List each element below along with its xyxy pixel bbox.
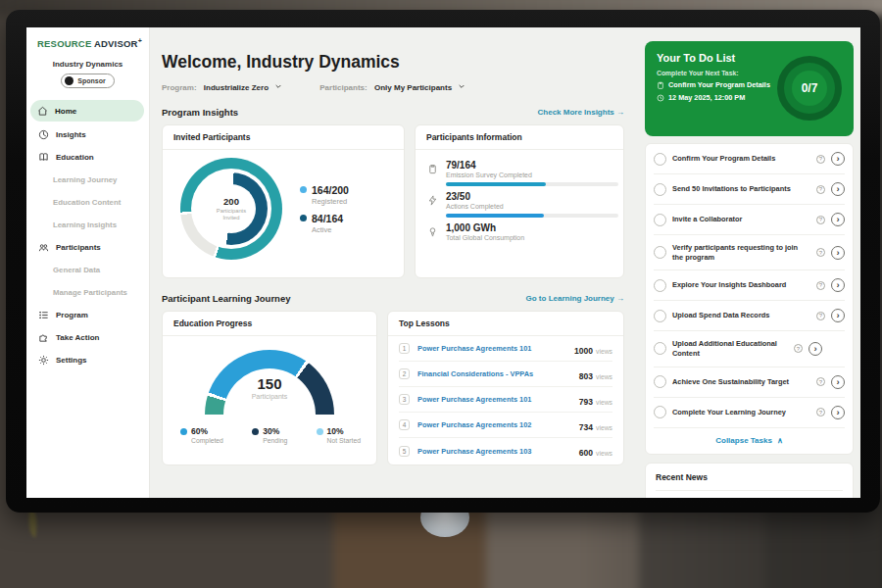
collapse-tasks-link[interactable]: Collapse Tasks ∧ bbox=[654, 428, 845, 454]
chevron-right-icon[interactable]: › bbox=[831, 152, 845, 166]
todo-checkbox[interactable] bbox=[654, 310, 666, 322]
help-icon[interactable]: ? bbox=[816, 216, 825, 224]
lesson-row[interactable]: 2 Financial Considerations - VPPAs 803vi… bbox=[399, 362, 612, 387]
sidebar-item-manage-participants[interactable]: Manage Participants bbox=[26, 281, 149, 304]
org-name: Industry Dynamics bbox=[26, 60, 149, 69]
program-filter[interactable]: Program: Industrialize Zero bbox=[162, 82, 282, 92]
education-progress-title: Education Progress bbox=[163, 312, 376, 336]
help-icon[interactable]: ? bbox=[816, 185, 825, 194]
go-to-learning-journey-link[interactable]: Go to Learning Journey → bbox=[526, 294, 624, 303]
sidebar-item-education[interactable]: Education bbox=[26, 146, 149, 169]
sidebar-item-general-data[interactable]: General Data bbox=[26, 259, 149, 281]
sidebar-item-insights[interactable]: Insights bbox=[26, 123, 149, 146]
chevron-right-icon[interactable]: › bbox=[808, 342, 822, 356]
todo-item[interactable]: Upload Spend Data Records ? › bbox=[654, 301, 845, 331]
sidebar-item-learning-insights[interactable]: Learning Insights bbox=[26, 214, 149, 236]
arrow-right-icon: → bbox=[616, 294, 624, 303]
lesson-row[interactable]: 1 Power Purchase Agreements 101 1000view… bbox=[399, 336, 612, 362]
chevron-right-icon[interactable]: › bbox=[831, 213, 845, 226]
completed-pct: 60% bbox=[191, 426, 208, 436]
lesson-link[interactable]: Financial Considerations - VPPAs bbox=[417, 369, 571, 378]
monitor-bezel: RESOURCE ADVISOR+ Industry Dynamics Spon… bbox=[6, 10, 880, 513]
collapse-tasks-label: Collapse Tasks bbox=[715, 436, 772, 445]
todo-item[interactable]: Explore Your Insights Dashboard ? › bbox=[654, 270, 845, 301]
sidebar-item-settings[interactable]: Settings bbox=[26, 349, 149, 371]
info-card-body: 79/164 Emission Survey Completed 23/50 A… bbox=[416, 150, 623, 246]
help-icon[interactable]: ? bbox=[794, 344, 803, 353]
sidebar-item-learning-journey[interactable]: Learning Journey bbox=[26, 169, 149, 191]
sponsor-icon bbox=[65, 76, 74, 85]
sidebar-item-home[interactable]: Home bbox=[30, 100, 144, 122]
lesson-views-label: views bbox=[596, 424, 612, 431]
chevron-right-icon[interactable]: › bbox=[831, 309, 845, 322]
emission-survey-metric: 79/164 Emission Survey Completed bbox=[427, 160, 612, 186]
help-icon[interactable]: ? bbox=[816, 312, 825, 320]
help-icon[interactable]: ? bbox=[816, 248, 825, 257]
sidebar-item-program[interactable]: Program bbox=[26, 304, 149, 326]
todo-checkbox[interactable] bbox=[654, 214, 666, 226]
todo-item[interactable]: Confirm Your Program Details ? › bbox=[654, 144, 845, 174]
lesson-link[interactable]: Power Purchase Agreements 102 bbox=[417, 420, 571, 429]
todo-checkbox[interactable] bbox=[654, 342, 666, 355]
check-more-insights-link[interactable]: Check More Insights → bbox=[538, 108, 624, 117]
not-started-dot bbox=[317, 428, 323, 435]
todo-item[interactable]: Complete Your Learning Journey ? › bbox=[654, 398, 845, 428]
participants-information-card: Participants Information 79/164 Emission… bbox=[415, 124, 624, 278]
bulb-icon bbox=[427, 226, 438, 237]
go-to-learning-journey-label: Go to Learning Journey bbox=[526, 294, 614, 303]
lesson-views: 793 bbox=[579, 397, 593, 407]
progress-ring-center: 0/7 bbox=[792, 71, 827, 106]
chevron-right-icon[interactable]: › bbox=[831, 406, 845, 419]
sidebar-item-education-content[interactable]: Education Content bbox=[26, 191, 149, 214]
todo-item[interactable]: Upload Additional Educational Content ? … bbox=[654, 331, 845, 367]
invited-donut-chart: 200 Participants Invited bbox=[180, 158, 282, 260]
todo-item[interactable]: Send 50 Invitations to Participants ? › bbox=[654, 174, 845, 205]
lesson-link[interactable]: Power Purchase Agreements 101 bbox=[417, 344, 566, 353]
consumption-value: 1,000 GWh bbox=[446, 222, 524, 233]
emission-survey-value: 79/164 bbox=[446, 160, 618, 171]
sidebar-item-label: Participants bbox=[56, 243, 101, 252]
todo-item[interactable]: Verify participants requesting to join t… bbox=[654, 235, 845, 270]
help-icon[interactable]: ? bbox=[816, 377, 825, 386]
todo-checkbox[interactable] bbox=[654, 279, 666, 292]
help-icon[interactable]: ? bbox=[816, 408, 825, 416]
lesson-link[interactable]: Power Purchase Agreements 103 bbox=[417, 447, 571, 456]
sidebar-nav: Home Insights Education Learning Journey… bbox=[26, 100, 149, 371]
sidebar-item-label: General Data bbox=[53, 266, 100, 274]
lesson-row[interactable]: 3 Power Purchase Agreements 101 793views bbox=[399, 387, 612, 413]
todo-checkbox[interactable] bbox=[654, 406, 666, 418]
todo-item-label: Invite a Collaborator bbox=[672, 215, 810, 224]
todo-item-label: Complete Your Learning Journey bbox=[672, 408, 810, 417]
sidebar-item-take-action[interactable]: Take Action bbox=[26, 326, 149, 349]
actions-completed-value: 23/50 bbox=[446, 191, 618, 202]
participants-filter[interactable]: Participants: Only My Participants bbox=[319, 82, 466, 92]
help-icon[interactable]: ? bbox=[816, 155, 825, 164]
help-icon[interactable]: ? bbox=[816, 281, 825, 290]
lesson-row[interactable]: 4 Power Purchase Agreements 102 734views bbox=[399, 413, 612, 438]
chevron-right-icon[interactable]: › bbox=[831, 375, 845, 389]
sponsor-badge-label: Sponsor bbox=[77, 77, 105, 84]
actions-completed-bar bbox=[446, 214, 618, 218]
todo-summary-card: Your To Do List Complete Your Next Task:… bbox=[645, 41, 854, 136]
sidebar-item-label: Program bbox=[56, 311, 88, 319]
active-value: 84/164 bbox=[312, 213, 343, 224]
todo-checkbox[interactable] bbox=[654, 246, 666, 259]
sidebar: RESOURCE ADVISOR+ Industry Dynamics Spon… bbox=[26, 27, 150, 498]
emission-survey-bar bbox=[446, 182, 618, 186]
todo-item[interactable]: Achieve One Sustainability Target ? › bbox=[654, 368, 845, 398]
chevron-right-icon[interactable]: › bbox=[831, 182, 845, 196]
lesson-row[interactable]: 5 Power Purchase Agreements 103 600views bbox=[399, 438, 612, 464]
legend-pending: 30% Pending bbox=[252, 426, 287, 444]
todo-checkbox[interactable] bbox=[654, 153, 666, 166]
sidebar-item-participants[interactable]: Participants bbox=[26, 236, 149, 259]
learning-journey-title: Participant Learning Journey bbox=[162, 293, 290, 304]
chevron-right-icon[interactable]: › bbox=[831, 246, 845, 260]
todo-checkbox[interactable] bbox=[654, 375, 666, 388]
lesson-link[interactable]: Power Purchase Agreements 101 bbox=[417, 395, 571, 404]
lesson-views: 734 bbox=[579, 422, 593, 432]
education-gauge-chart: 150 Participants bbox=[205, 350, 334, 415]
todo-item[interactable]: Invite a Collaborator ? › bbox=[654, 205, 845, 235]
todo-checkbox[interactable] bbox=[654, 183, 666, 196]
legend-completed: 60% Completed bbox=[180, 426, 223, 444]
chevron-right-icon[interactable]: › bbox=[831, 278, 845, 292]
